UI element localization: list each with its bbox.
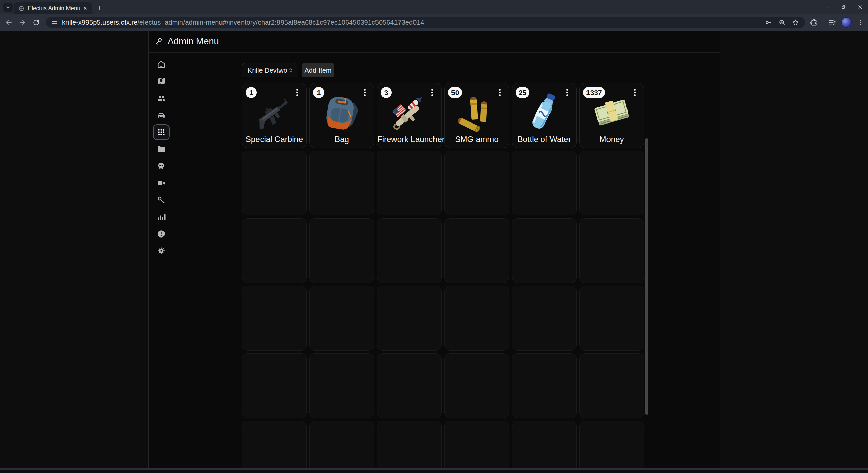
sidebar	[149, 53, 174, 470]
empty-inventory-slot	[512, 151, 577, 215]
new-tab-button[interactable]: +	[94, 2, 105, 13]
empty-inventory-slot	[512, 218, 577, 283]
empty-inventory-slot	[377, 353, 442, 418]
chevron-updown-icon	[288, 67, 294, 73]
browser-tab[interactable]: Electus Admin Menu	[14, 2, 92, 14]
chevron-down-icon	[5, 5, 11, 10]
page-viewport: Admin Menu Krille Devtwo Add Item 1Speci…	[0, 31, 868, 470]
sidebar-item-files[interactable]	[151, 140, 172, 157]
globe-favicon-icon	[18, 5, 24, 12]
empty-inventory-slot	[242, 286, 307, 351]
item-card: 50SMG ammo	[444, 83, 509, 148]
sidebar-item-kills[interactable]	[151, 157, 172, 174]
empty-inventory-slot	[242, 151, 307, 215]
browser-toolbar: krille-x995p5.users.cfx.re/electus_admin…	[0, 14, 868, 31]
content-area: Krille Devtwo Add Item 1Special Carbine1…	[174, 53, 720, 470]
grid-icon	[157, 128, 166, 137]
empty-inventory-slot	[444, 151, 509, 215]
empty-inventory-slot	[512, 421, 577, 470]
sidebar-item-home[interactable]	[151, 56, 172, 73]
empty-inventory-slot	[309, 421, 374, 470]
item-card: 1Special Carbine	[242, 83, 307, 148]
empty-inventory-slot	[444, 286, 509, 351]
player-select[interactable]: Krille Devtwo	[242, 63, 297, 77]
tab-title: Electus Admin Menu	[28, 5, 81, 12]
sidebar-item-settings[interactable]	[151, 242, 172, 259]
media-controls-icon[interactable]	[828, 18, 836, 27]
minimize-button[interactable]	[819, 0, 835, 14]
empty-inventory-slot	[242, 421, 307, 470]
backpack-icon	[320, 91, 364, 135]
empty-inventory-slot	[579, 353, 644, 418]
firework-launcher-icon	[387, 91, 431, 135]
item-card: 1Bag	[309, 83, 374, 148]
empty-inventory-slot	[309, 353, 374, 418]
tab-close-button[interactable]	[81, 5, 89, 12]
reload-button[interactable]	[30, 16, 42, 29]
empty-inventory-slot	[309, 151, 374, 215]
page-title: Admin Menu	[168, 36, 219, 47]
chart-icon	[157, 212, 166, 222]
sidebar-item-stats[interactable]	[151, 208, 172, 225]
player-select-value: Krille Devtwo	[248, 67, 287, 74]
grid-scrollbar-thumb[interactable]	[645, 138, 648, 415]
app-body: Krille Devtwo Add Item 1Special Carbine1…	[149, 53, 720, 470]
window-controls	[819, 0, 868, 14]
empty-inventory-slot	[309, 218, 374, 283]
toolbar-separator	[823, 19, 823, 26]
sidebar-item-players[interactable]	[151, 90, 172, 107]
extensions-icon[interactable]	[810, 18, 818, 27]
empty-inventory-slot	[444, 421, 509, 470]
empty-inventory-slot	[579, 286, 644, 351]
item-name: Bottle of Water	[512, 135, 576, 144]
sidebar-item-keys[interactable]	[151, 191, 172, 208]
empty-inventory-slot	[444, 353, 509, 418]
close-window-button[interactable]	[852, 0, 868, 14]
water-bottle-icon	[522, 91, 566, 135]
empty-inventory-slot	[512, 286, 577, 351]
item-name: Bag	[310, 135, 374, 144]
password-manager-icon[interactable]	[765, 19, 772, 26]
video-icon	[157, 178, 166, 188]
empty-inventory-slot	[579, 218, 644, 283]
empty-inventory-slot	[579, 421, 644, 470]
forward-button[interactable]	[16, 16, 28, 29]
url-path: /electus_admin/admin-menu#/inventory/cha…	[137, 19, 424, 26]
url-text[interactable]: krille-x995p5.users.cfx.re/electus_admin…	[62, 19, 760, 26]
item-card: 25Bottle of Water	[512, 83, 577, 148]
empty-inventory-slot	[377, 421, 442, 470]
admin-menu-app: Admin Menu Krille Devtwo Add Item 1Speci…	[148, 31, 720, 470]
restore-button[interactable]	[835, 0, 852, 14]
back-button[interactable]	[3, 16, 15, 29]
browser-menu-icon[interactable]	[856, 19, 864, 26]
key-icon	[157, 195, 166, 205]
empty-inventory-slot	[377, 286, 442, 351]
gavel-icon	[154, 37, 163, 46]
profile-avatar[interactable]	[841, 17, 852, 28]
sidebar-item-spectate[interactable]	[151, 174, 172, 191]
gear-icon	[157, 246, 166, 256]
alert-icon	[157, 229, 166, 239]
empty-inventory-slot	[242, 218, 307, 283]
zoom-icon[interactable]	[778, 19, 786, 26]
sidebar-item-inventory[interactable]	[151, 124, 172, 140]
bookmark-star-icon[interactable]	[792, 19, 799, 26]
empty-inventory-slot	[579, 151, 644, 215]
item-name: Money	[580, 135, 644, 144]
address-bar[interactable]: krille-x995p5.users.cfx.re/electus_admin…	[46, 17, 805, 28]
address-bar-actions	[765, 19, 799, 26]
tab-search-button[interactable]	[3, 3, 13, 12]
site-info-icon[interactable]	[51, 19, 58, 26]
empty-inventory-slot	[309, 286, 374, 351]
home-icon	[157, 60, 166, 69]
rifle-icon	[252, 91, 296, 135]
sidebar-item-reports[interactable]	[151, 225, 172, 242]
ammo-icon	[455, 91, 499, 135]
sidebar-item-map[interactable]	[151, 73, 172, 90]
sidebar-item-vehicles[interactable]	[151, 107, 172, 124]
empty-inventory-slot	[242, 353, 307, 418]
inventory-controls: Krille Devtwo Add Item	[242, 63, 720, 77]
empty-inventory-slot	[444, 218, 509, 283]
add-item-button[interactable]: Add Item	[302, 63, 334, 77]
money-icon	[590, 91, 634, 135]
